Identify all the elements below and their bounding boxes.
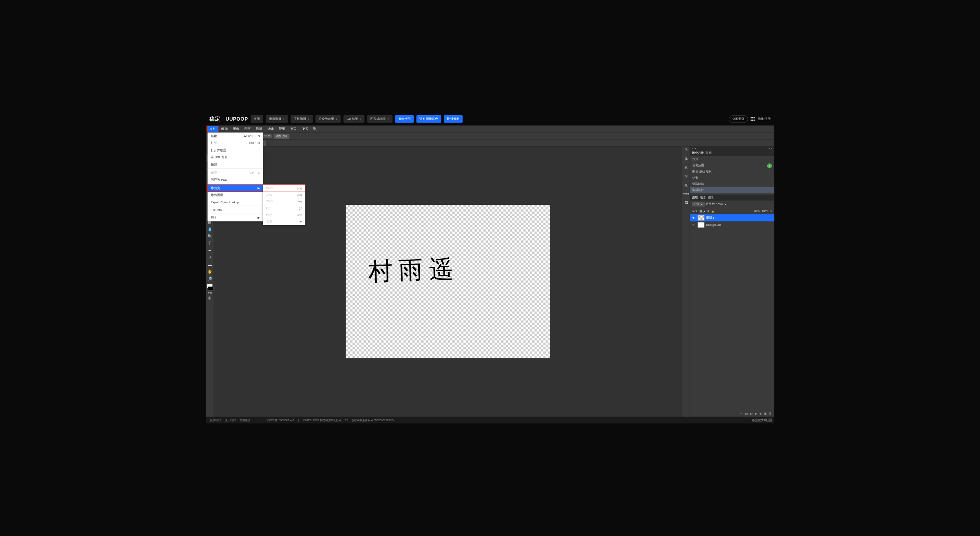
layer-row[interactable]: 👁 Background bbox=[690, 221, 774, 229]
export-option[interactable]: JPG.jpg bbox=[263, 191, 305, 198]
fill-value[interactable]: 100% bbox=[761, 209, 768, 212]
menu-item[interactable]: 脚本▶ bbox=[207, 214, 263, 222]
opacity-value[interactable]: 100% bbox=[716, 203, 723, 206]
menu-item[interactable]: 导出为▶ bbox=[207, 185, 263, 192]
export-option[interactable]: 更多▶ bbox=[263, 218, 305, 225]
nav-gif[interactable]: GIF动图▼ bbox=[343, 115, 364, 123]
footer-police[interactable]: 互联网安全备案号:35020602001764 bbox=[352, 418, 395, 422]
pen-tool[interactable]: ✒ bbox=[207, 247, 213, 253]
tab-channels[interactable]: 通道 bbox=[700, 196, 706, 199]
menu-item[interactable]: 打开...Ctrl + O bbox=[207, 140, 263, 147]
layer-name[interactable]: Background bbox=[706, 223, 721, 227]
adjust-icon[interactable]: ▶ bbox=[755, 412, 757, 415]
footer-feedback[interactable]: 反馈我们 bbox=[210, 418, 221, 422]
nav-idphoto[interactable]: 证件照换底色 bbox=[416, 115, 441, 123]
export-option[interactable]: GIF.gif bbox=[263, 204, 305, 211]
menu-item[interactable]: 另存为 PSD bbox=[207, 176, 263, 183]
menu-layer[interactable]: 图层 bbox=[242, 126, 253, 132]
menu-bar: 文件 编辑 图像 图层 选择 滤镜 视图 窗口 更多 🔍 bbox=[206, 126, 774, 133]
folder-icon[interactable]: ■ bbox=[760, 412, 761, 415]
menu-select[interactable]: 选择 bbox=[254, 126, 264, 132]
footer-links[interactable]: 友情链接 bbox=[240, 418, 250, 422]
history-item[interactable]: 矩形 bbox=[690, 175, 774, 181]
dodge-tool[interactable]: 🔍 bbox=[207, 233, 213, 239]
history-item[interactable]: 色彩范围Y bbox=[690, 162, 774, 168]
fx-icon[interactable]: eff bbox=[745, 412, 748, 415]
lock-pixels-icon[interactable]: ▦ bbox=[700, 209, 702, 212]
menu-item[interactable]: 打开并放置... bbox=[207, 147, 263, 154]
visibility-icon[interactable]: 👁 bbox=[692, 216, 696, 220]
history-item[interactable]: 打开 bbox=[690, 156, 774, 162]
new-layer-icon[interactable]: ▣ bbox=[764, 412, 767, 415]
export-option[interactable]: SVG.svg bbox=[263, 198, 305, 204]
nav-pintu[interactable]: 拼图 bbox=[251, 115, 263, 123]
footer-about[interactable]: 关于我们 bbox=[225, 418, 236, 422]
link-icon[interactable]: ∞ bbox=[740, 412, 742, 415]
experience-button[interactable]: 体验新版 bbox=[729, 116, 748, 123]
search-icon[interactable]: 🔍 bbox=[313, 127, 317, 131]
zoom-tool[interactable]: 🔎 bbox=[207, 276, 213, 282]
nav-editor[interactable]: 图片编辑器▼ bbox=[367, 115, 393, 123]
rt-char[interactable]: 字 bbox=[685, 175, 688, 178]
path-tool[interactable]: ↗ bbox=[207, 254, 213, 261]
tab-history[interactable]: 历史记录 bbox=[692, 151, 703, 155]
menu-more[interactable]: 更多 bbox=[300, 126, 311, 132]
layer-name[interactable]: 图层 1 bbox=[706, 216, 714, 220]
trash-icon[interactable]: 🗑 bbox=[769, 412, 772, 415]
nav-assets[interactable]: 设计素材 bbox=[444, 115, 463, 123]
footer-icp[interactable]: 闽ICP备18003982号-2 bbox=[267, 418, 294, 422]
color-swatches[interactable] bbox=[206, 284, 214, 291]
export-option[interactable]: PDF.pdf bbox=[263, 211, 305, 218]
tab-layers[interactable]: 图层 bbox=[692, 196, 698, 199]
rt-props[interactable]: 属 bbox=[685, 157, 688, 161]
rt-info[interactable]: 信 bbox=[685, 148, 688, 152]
lock-brush-icon[interactable]: 🖌 bbox=[703, 209, 706, 212]
menu-item[interactable]: 新建...Alt+Ctrl + N bbox=[207, 132, 263, 140]
mask-icon[interactable]: ◐ bbox=[750, 412, 753, 415]
hand-tool[interactable]: ✋ bbox=[207, 268, 213, 275]
menu-item[interactable]: 拍照 bbox=[207, 161, 263, 168]
shape-tool[interactable]: ▬ bbox=[207, 261, 213, 268]
blur-tool[interactable]: 💧 bbox=[207, 226, 213, 232]
menu-image[interactable]: 图像 bbox=[231, 126, 241, 132]
rt-brush[interactable]: 笔 bbox=[685, 166, 688, 170]
menu-item[interactable]: 导出图层... bbox=[207, 191, 263, 199]
canvas[interactable]: 村 雨 遥 bbox=[346, 205, 550, 358]
quickmask-tool[interactable]: ◎ bbox=[207, 294, 213, 301]
rt-css[interactable]: CSS bbox=[683, 193, 689, 196]
menu-edit[interactable]: 编辑 bbox=[219, 126, 230, 132]
type-tool[interactable]: T bbox=[207, 240, 213, 247]
history-item[interactable]: 选取目标 bbox=[690, 181, 774, 187]
history-item[interactable]: 取消选择 bbox=[690, 187, 774, 193]
menu-item[interactable]: 保存Ctrl + S bbox=[207, 169, 263, 176]
blend-mode-select[interactable]: 正常▼ bbox=[692, 202, 705, 206]
visibility-icon[interactable]: 👁 bbox=[692, 223, 696, 227]
lock-all-icon[interactable]: 🔒 bbox=[711, 209, 714, 212]
layers-panel: 图层通道路径 正常▼ 透明度: 100%▼ Lock: ▦ 🖌 ✥ 🔒 填充: … bbox=[690, 195, 774, 229]
export-option[interactable]: PNG.png bbox=[263, 185, 305, 191]
unit-select[interactable]: px▼ bbox=[262, 134, 272, 138]
history-item[interactable]: 图层 (通过复制) bbox=[690, 168, 774, 175]
panel-collapse[interactable]: < >> < bbox=[690, 146, 774, 150]
menu-item[interactable]: Export Color Lookup... bbox=[207, 199, 263, 205]
nav-cutout[interactable]: 智能抠图 bbox=[395, 115, 414, 123]
tab-paths[interactable]: 路径 bbox=[708, 196, 714, 199]
menu-view[interactable]: 视图 bbox=[277, 126, 287, 132]
menu-filter[interactable]: 滤镜 bbox=[265, 126, 276, 132]
menu-item[interactable]: 从 URL 打开... bbox=[207, 154, 263, 161]
swap-colors[interactable]: ⇄ D bbox=[208, 291, 212, 294]
rt-img-icon[interactable]: 🖼 bbox=[685, 201, 688, 204]
nav-wechat[interactable]: 公众号首图▼ bbox=[315, 115, 341, 123]
rt-para[interactable]: 段 bbox=[685, 184, 688, 188]
nav-mobile[interactable]: 手机海报▼ bbox=[291, 115, 313, 123]
login-link[interactable]: 登录/注册 bbox=[757, 117, 771, 121]
menu-item[interactable]: File Info... bbox=[207, 206, 263, 213]
lock-position-icon[interactable]: ✥ bbox=[707, 209, 709, 212]
nav-ecommerce[interactable]: 电商海报▼ bbox=[266, 115, 288, 123]
menu-window[interactable]: 窗口 bbox=[289, 126, 299, 132]
tab-swatches[interactable]: 取样 bbox=[706, 151, 711, 155]
apps-icon[interactable] bbox=[751, 117, 755, 121]
menu-file[interactable]: 文件 bbox=[207, 126, 218, 132]
layer-row[interactable]: 👁 图层 1 bbox=[690, 214, 774, 222]
refine-edge-button[interactable]: 调整边缘 bbox=[274, 134, 290, 139]
